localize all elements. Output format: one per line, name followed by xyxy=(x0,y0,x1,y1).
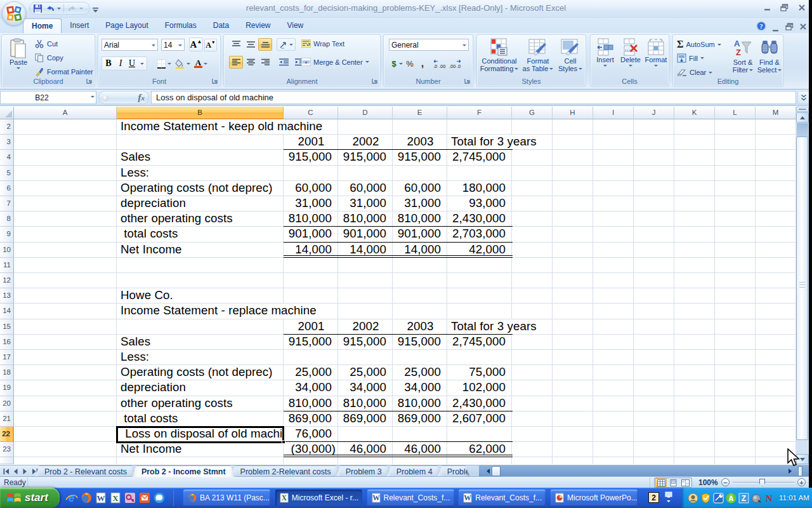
shrink-font-button[interactable]: A▼ xyxy=(204,39,217,51)
row-header-3[interactable]: 3 xyxy=(0,135,14,150)
cell-E16[interactable]: 915,000 xyxy=(393,335,447,349)
cell-B8[interactable]: other operating costs xyxy=(117,211,284,226)
cell-B18[interactable]: Operating costs (not deprec) xyxy=(117,365,284,380)
row-header-22[interactable]: 22 xyxy=(0,427,14,442)
cell-B2[interactable]: Income Statement - keep old machine xyxy=(117,119,322,134)
cell-B4[interactable]: Sales xyxy=(117,150,284,164)
decrease-indent-button[interactable] xyxy=(276,56,291,69)
cell-B10[interactable]: Net Income xyxy=(117,243,284,257)
sheet-tab-prob-2-relevant-costs[interactable]: Prob 2 - Relevant costs xyxy=(35,465,136,477)
column-header-J[interactable]: J xyxy=(634,107,674,119)
sheet-tab-proble[interactable]: Proble xyxy=(438,465,470,477)
first-sheet-button[interactable] xyxy=(3,468,10,475)
scroll-right-button[interactable] xyxy=(785,466,795,476)
ribbon-tab-formulas[interactable]: Formulas xyxy=(157,18,205,33)
cut-button[interactable]: Cut xyxy=(35,39,58,48)
format-cells-button[interactable]: Format xyxy=(644,38,668,67)
autosum-button[interactable]: Σ AutoSum xyxy=(677,39,721,50)
cell-E8[interactable]: 810,000 xyxy=(393,211,447,226)
sheet-tab-problem-3[interactable]: Problem 3 xyxy=(336,465,391,477)
cell-F20[interactable]: 2,430,000 xyxy=(448,396,512,411)
ribbon-tab-view[interactable]: View xyxy=(278,18,311,33)
quick-launch-excel[interactable]: X xyxy=(109,491,122,504)
hscrollbar-thumb[interactable] xyxy=(492,466,501,476)
cell-F7[interactable]: 93,000 xyxy=(448,196,512,211)
row-header-13[interactable]: 13 xyxy=(0,288,14,304)
font-size-select[interactable]: 14 xyxy=(161,39,185,51)
cell-D21[interactable]: 869,000 xyxy=(339,411,393,426)
zoom-out-button[interactable]: − xyxy=(721,478,730,486)
cell-E7[interactable]: 31,000 xyxy=(393,196,447,211)
fill-button[interactable]: Fill xyxy=(677,53,704,63)
tray-user-icon[interactable] xyxy=(688,493,698,504)
quick-launch-firefox[interactable] xyxy=(80,491,93,504)
sort-filter-button[interactable]: A Z Sort & Filter xyxy=(729,38,757,74)
insert-function-button[interactable]: fx xyxy=(138,92,145,103)
column-header-I[interactable]: I xyxy=(593,107,634,119)
start-button[interactable]: start xyxy=(0,488,60,508)
cell-F3[interactable]: Total for 3 years xyxy=(448,135,537,149)
row-header-5[interactable]: 5 xyxy=(0,166,14,181)
cell-C16[interactable]: 915,000 xyxy=(284,335,338,349)
cell-C9[interactable]: 901,000 xyxy=(284,227,338,241)
cell-E3[interactable]: 2003 xyxy=(393,135,447,149)
language-bar-options[interactable] xyxy=(667,500,671,502)
cell-E4[interactable]: 915,000 xyxy=(393,150,447,164)
row-header-15[interactable]: 15 xyxy=(0,319,14,335)
cell-E15[interactable]: 2003 xyxy=(393,319,447,334)
ribbon-tab-review[interactable]: Review xyxy=(237,18,278,33)
formula-input[interactable]: Loss on disposal of old machine xyxy=(151,91,796,104)
office-button[interactable] xyxy=(2,1,26,25)
row-header-14[interactable]: 14 xyxy=(0,304,14,319)
row-header-23[interactable]: 23 xyxy=(0,442,14,457)
quick-launch-internet-explorer[interactable]: e xyxy=(65,491,78,504)
row-header-18[interactable]: 18 xyxy=(0,365,14,380)
cell-C21[interactable]: 869,000 xyxy=(284,411,338,426)
conditional-formatting-button[interactable]: Conditional Formatting xyxy=(480,38,519,72)
workbook-restore-button[interactable] xyxy=(785,22,794,33)
orientation-button[interactable] xyxy=(277,38,296,51)
number-format-select[interactable]: General xyxy=(389,39,469,51)
cell-E18[interactable]: 25,000 xyxy=(393,365,447,380)
column-header-M[interactable]: M xyxy=(756,107,796,119)
cell-F21[interactable]: 2,607,000 xyxy=(448,411,512,426)
zoom-slider-thumb[interactable] xyxy=(759,479,765,486)
cell-C22[interactable]: 76,000 xyxy=(284,427,338,441)
cell-C20[interactable]: 810,000 xyxy=(284,396,338,411)
row-header-8[interactable]: 8 xyxy=(0,211,14,227)
cell-B19[interactable]: depreciation xyxy=(117,380,284,395)
cell-B13[interactable]: Howe Co. xyxy=(117,288,284,303)
quick-launch-access[interactable] xyxy=(124,491,136,504)
cell-styles-button[interactable]: Cell Styles xyxy=(556,38,585,72)
italic-button[interactable]: I xyxy=(115,58,126,69)
grow-font-button[interactable]: A▲ xyxy=(189,37,203,51)
tray-volume-icon[interactable] xyxy=(751,493,762,504)
sheet-tab-prob-2-income-stmnt[interactable]: Prob 2 - Income Stmnt xyxy=(132,465,235,477)
column-header-A[interactable]: A xyxy=(14,107,117,119)
row-header-2[interactable]: 2 xyxy=(0,119,14,135)
cell-B14[interactable]: Income Statement - replace machine xyxy=(117,304,317,318)
cell-C15[interactable]: 2001 xyxy=(284,319,338,334)
tray-tools-icon[interactable] xyxy=(713,493,724,504)
scrollbar-thumb[interactable] xyxy=(796,137,808,440)
percent-style-button[interactable]: % xyxy=(403,59,417,69)
row-header-11[interactable]: 11 xyxy=(0,258,14,273)
borders-button[interactable] xyxy=(157,59,166,69)
cell-F15[interactable]: Total for 3 years xyxy=(448,319,537,334)
tray-zotero-icon[interactable]: Z xyxy=(738,493,749,504)
fill-handle[interactable] xyxy=(282,440,285,444)
cell-F6[interactable]: 180,000 xyxy=(448,181,512,196)
row-header-partial[interactable] xyxy=(0,457,14,464)
font-color-button[interactable]: A xyxy=(194,59,202,68)
cell-D16[interactable]: 915,000 xyxy=(339,335,393,349)
select-all-corner[interactable] xyxy=(0,107,14,119)
quick-launch-outlook[interactable] xyxy=(138,491,151,504)
clear-button[interactable]: Clear xyxy=(677,68,712,77)
tray-norton-icon[interactable]: N xyxy=(764,493,775,504)
cell-B23[interactable]: Net Income xyxy=(117,442,284,457)
cell-E9[interactable]: 901,000 xyxy=(393,227,447,241)
row-header-10[interactable]: 10 xyxy=(0,243,14,258)
split-handle[interactable] xyxy=(796,107,809,112)
accounting-format-button[interactable]: $ xyxy=(389,59,399,69)
align-left-button[interactable] xyxy=(229,56,243,69)
